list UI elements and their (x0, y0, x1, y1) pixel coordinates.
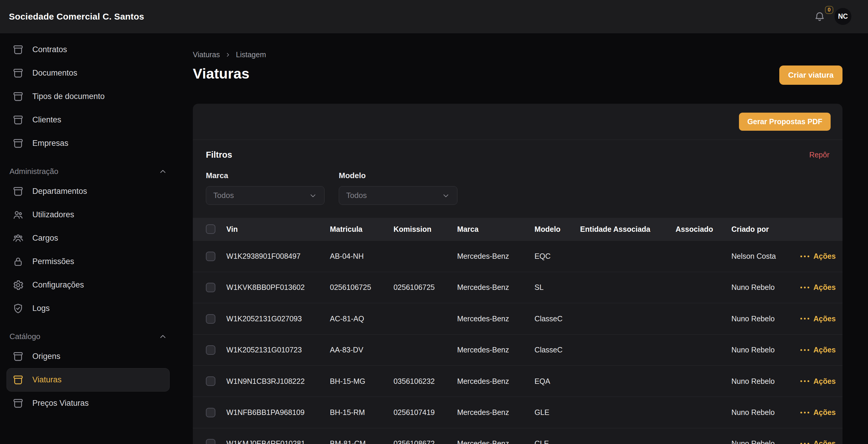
row-actions-button[interactable]: Ações (800, 439, 837, 444)
cell-matricula: AA-83-DV (324, 334, 388, 366)
row-select-cell (193, 366, 220, 397)
user-group-icon (12, 232, 24, 244)
vehicles-card: Gerar Propostas PDF Filtros Repôr MarcaT… (193, 104, 842, 444)
chevron-up-icon[interactable] (158, 167, 167, 176)
row-actions-button[interactable]: Ações (800, 346, 837, 354)
cell-modelo: ClasseC (529, 334, 574, 366)
row-checkbox[interactable] (206, 283, 215, 292)
row-actions-cell: Ações (794, 366, 842, 397)
generate-proposals-pdf-button[interactable]: Gerar Propostas PDF (739, 113, 831, 131)
sidebar-item-configuracoes[interactable]: Configurações (6, 273, 170, 297)
cell-criado-por: Nuno Rebelo (725, 428, 794, 444)
row-select-cell (193, 272, 220, 303)
ellipsis-icon (800, 316, 810, 321)
topbar-actions: 0 NC (814, 8, 851, 25)
app-title: Sociedade Comercial C. Santos (9, 11, 144, 22)
cell-criado-por: Nuno Rebelo (725, 272, 794, 303)
row-checkbox[interactable] (206, 345, 215, 355)
sidebar-item-label: Empresas (32, 139, 68, 148)
sidebar-item-precos-viaturas[interactable]: Preços Viaturas (6, 391, 170, 415)
sidebar-item-documentos[interactable]: Documentos (6, 61, 170, 85)
archive-box-icon (12, 374, 24, 386)
sidebar-item-label: Viaturas (32, 375, 62, 384)
row-select-cell (193, 334, 220, 366)
select-marca[interactable]: Todos (206, 186, 324, 205)
filter-label-modelo: Modelo (339, 171, 458, 180)
row-actions-cell: Ações (794, 272, 842, 303)
shield-check-icon (12, 303, 24, 314)
sidebar-item-departamentos[interactable]: Departamentos (6, 180, 170, 203)
row-actions-label: Ações (813, 346, 836, 354)
cell-criado-por: Nuno Rebelo (725, 334, 794, 366)
row-checkbox[interactable] (206, 439, 215, 444)
row-checkbox[interactable] (206, 376, 215, 386)
table-row: W1K2938901F008497AB-04-NHMercedes-BenzEQ… (193, 241, 842, 272)
cell-marca: Mercedes-Benz (451, 241, 529, 272)
row-checkbox[interactable] (206, 314, 215, 324)
column-header-modelo: Modelo (529, 218, 574, 241)
chevron-right-icon (225, 52, 230, 58)
row-actions-button[interactable]: Ações (800, 252, 837, 261)
breadcrumb-item-viaturas[interactable]: Viaturas (193, 50, 220, 59)
cell-komission: 0356106232 (388, 366, 451, 397)
sidebar-item-label: Origens (32, 352, 61, 361)
cell-vin: W1N9N1CB3RJ108222 (220, 366, 324, 397)
card-toolbar: Gerar Propostas PDF (193, 104, 842, 140)
sidebar-item-logs[interactable]: Logs (6, 297, 170, 320)
column-header-associado: Associado (670, 218, 725, 241)
cell-associado (670, 303, 725, 334)
breadcrumb-item-listagem[interactable]: Listagem (236, 50, 266, 59)
sidebar-item-label: Contratos (32, 45, 67, 54)
select-all-checkbox[interactable] (206, 225, 215, 234)
sidebar-item-cargos[interactable]: Cargos (6, 227, 170, 250)
cell-modelo: EQC (529, 241, 574, 272)
ellipsis-icon (800, 441, 810, 444)
cell-associado (670, 397, 725, 428)
cell-associado (670, 334, 725, 366)
sidebar-item-origens[interactable]: Origens (6, 345, 170, 368)
chevron-up-icon[interactable] (158, 332, 167, 341)
row-actions-button[interactable]: Ações (800, 408, 837, 417)
sidebar-item-contratos[interactable]: Contratos (6, 38, 170, 61)
table-row: W1NFB6BB1PA968109BH-15-RM0256107419Merce… (193, 397, 842, 428)
create-vehicle-button[interactable]: Criar viatura (779, 66, 842, 85)
sidebar-item-permissoes[interactable]: Permissões (6, 250, 170, 273)
row-checkbox[interactable] (206, 408, 215, 417)
sidebar-item-label: Departamentos (32, 187, 87, 196)
table-body: W1K2938901F008497AB-04-NHMercedes-BenzEQ… (193, 241, 842, 444)
archive-box-icon (12, 398, 24, 409)
sidebar-item-clientes[interactable]: Clientes (6, 108, 170, 132)
cell-entidade-associada (574, 241, 670, 272)
cell-vin: W1K2938901F008497 (220, 241, 324, 272)
row-actions-button[interactable]: Ações (800, 377, 837, 386)
sidebar-section-catalogo[interactable]: Catálogo (9, 332, 167, 341)
sidebar-item-viaturas[interactable]: Viaturas (6, 368, 170, 391)
row-actions-label: Ações (813, 252, 836, 261)
cell-marca: Mercedes-Benz (451, 397, 529, 428)
cell-entidade-associada (574, 334, 670, 366)
row-actions-button[interactable]: Ações (800, 283, 837, 292)
sidebar-section-administracao[interactable]: Administração (9, 167, 167, 176)
sidebar-item-utilizadores[interactable]: Utilizadores (6, 203, 170, 227)
filter-field-modelo: ModeloTodos (339, 171, 458, 205)
user-avatar[interactable]: NC (835, 8, 851, 25)
column-header-marca: Marca (451, 218, 529, 241)
cell-marca: Mercedes-Benz (451, 366, 529, 397)
sidebar-item-tipos-de-documento[interactable]: Tipos de documento (6, 85, 170, 108)
cell-matricula: AC-81-AQ (324, 303, 388, 334)
cell-komission (388, 303, 451, 334)
cell-matricula: BM-81-CM (324, 428, 388, 444)
cell-vin: W1K2052131G027093 (220, 303, 324, 334)
cell-marca: Mercedes-Benz (451, 334, 529, 366)
row-checkbox[interactable] (206, 252, 215, 261)
sidebar-section-label: Catálogo (9, 332, 40, 341)
cell-komission: 0356108672 (388, 428, 451, 444)
table-header-row: VinMatriculaKomissionMarcaModeloEntidade… (193, 218, 842, 241)
notifications-button[interactable]: 0 (814, 10, 826, 23)
cell-criado-por: Nuno Rebelo (725, 366, 794, 397)
select-modelo[interactable]: Todos (339, 186, 458, 205)
row-actions-button[interactable]: Ações (800, 314, 837, 323)
sidebar-item-label: Preços Viaturas (32, 399, 89, 408)
reset-filters-link[interactable]: Repôr (809, 150, 830, 159)
sidebar-item-empresas[interactable]: Empresas (6, 132, 170, 155)
